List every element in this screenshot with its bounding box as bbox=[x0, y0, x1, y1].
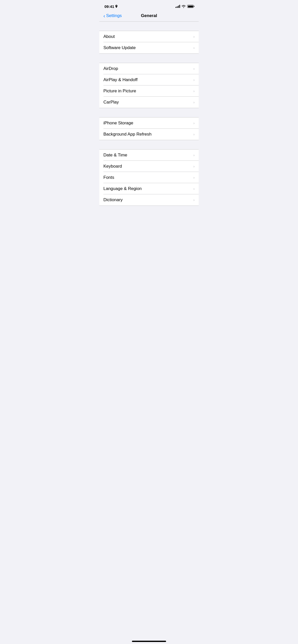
chevron-right-icon: › bbox=[193, 46, 195, 50]
settings-item-fonts[interactable]: Fonts › bbox=[99, 172, 199, 183]
chevron-right-icon: › bbox=[193, 100, 195, 104]
settings-item-iphone-storage[interactable]: iPhone Storage › bbox=[99, 118, 199, 129]
settings-item-airplay-handoff[interactable]: AirPlay & Handoff › bbox=[99, 74, 199, 85]
settings-item-label: AirDrop bbox=[103, 66, 118, 71]
back-chevron-icon: ‹ bbox=[103, 13, 105, 18]
settings-group-4: Date & Time › Keyboard › Fonts › Languag… bbox=[99, 149, 199, 206]
settings-item-about[interactable]: About › bbox=[99, 31, 199, 42]
settings-item-right: › bbox=[193, 67, 195, 71]
settings-item-right: › bbox=[193, 100, 195, 104]
chevron-right-icon: › bbox=[193, 153, 195, 157]
nav-bar: ‹ Settings General bbox=[99, 11, 199, 21]
back-button[interactable]: ‹ Settings bbox=[103, 13, 122, 18]
settings-item-label: Picture in Picture bbox=[103, 89, 136, 94]
chevron-right-icon: › bbox=[193, 164, 195, 168]
settings-item-right: › bbox=[193, 164, 195, 168]
signal-strength bbox=[175, 5, 180, 8]
wifi-icon bbox=[182, 5, 186, 8]
chevron-right-icon: › bbox=[193, 132, 195, 136]
settings-item-right: › bbox=[193, 187, 195, 191]
section-gap-2 bbox=[99, 54, 199, 63]
settings-item-language-region[interactable]: Language & Region › bbox=[99, 183, 199, 194]
settings-group-1: About › Software Update › bbox=[99, 31, 199, 54]
settings-item-right: › bbox=[193, 198, 195, 202]
chevron-right-icon: › bbox=[193, 175, 195, 180]
section-gap-bottom bbox=[99, 206, 199, 215]
settings-item-label: AirPlay & Handoff bbox=[103, 77, 138, 82]
settings-item-right: › bbox=[193, 132, 195, 136]
settings-item-airdrop[interactable]: AirDrop › bbox=[99, 63, 199, 74]
settings-item-right: › bbox=[193, 46, 195, 50]
location-icon bbox=[115, 5, 118, 8]
settings-group-2: AirDrop › AirPlay & Handoff › Picture in… bbox=[99, 63, 199, 108]
section-gap-3 bbox=[99, 108, 199, 117]
chevron-right-icon: › bbox=[193, 198, 195, 202]
chevron-right-icon: › bbox=[193, 187, 195, 191]
settings-item-label: Date & Time bbox=[103, 153, 127, 158]
chevron-right-icon: › bbox=[193, 67, 195, 71]
settings-item-label: iPhone Storage bbox=[103, 121, 133, 126]
settings-item-keyboard[interactable]: Keyboard › bbox=[99, 161, 199, 172]
settings-item-right: › bbox=[193, 121, 195, 125]
settings-item-background-app-refresh[interactable]: Background App Refresh › bbox=[99, 129, 199, 140]
time-display: 09:41 bbox=[104, 4, 114, 9]
settings-item-label: Language & Region bbox=[103, 186, 142, 191]
chevron-right-icon: › bbox=[193, 78, 195, 82]
status-bar: 09:41 bbox=[99, 0, 199, 11]
settings-item-right: › bbox=[193, 35, 195, 39]
settings-item-label: Keyboard bbox=[103, 164, 122, 169]
settings-item-label: Fonts bbox=[103, 175, 114, 180]
settings-item-right: › bbox=[193, 89, 195, 93]
section-gap-4 bbox=[99, 140, 199, 149]
back-label: Settings bbox=[106, 13, 122, 18]
chevron-right-icon: › bbox=[193, 89, 195, 93]
settings-group-3: iPhone Storage › Background App Refresh … bbox=[99, 117, 199, 140]
settings-item-right: › bbox=[193, 175, 195, 180]
settings-item-carplay[interactable]: CarPlay › bbox=[99, 97, 199, 108]
settings-item-right: › bbox=[193, 78, 195, 82]
chevron-right-icon: › bbox=[193, 121, 195, 125]
settings-item-label: About bbox=[103, 34, 115, 39]
settings-item-date-time[interactable]: Date & Time › bbox=[99, 150, 199, 161]
battery-icon bbox=[187, 5, 194, 8]
settings-item-label: Background App Refresh bbox=[103, 132, 152, 137]
settings-item-label: Software Update bbox=[103, 45, 136, 50]
section-gap-1 bbox=[99, 22, 199, 31]
settings-item-software-update[interactable]: Software Update › bbox=[99, 42, 199, 53]
page-title: General bbox=[141, 13, 157, 18]
settings-item-picture-in-picture[interactable]: Picture in Picture › bbox=[99, 85, 199, 97]
status-time: 09:41 bbox=[104, 4, 118, 9]
settings-item-dictionary[interactable]: Dictionary › bbox=[99, 194, 199, 206]
settings-item-label: Dictionary bbox=[103, 197, 123, 202]
status-icons bbox=[175, 5, 194, 8]
chevron-right-icon: › bbox=[193, 35, 195, 39]
settings-item-right: › bbox=[193, 153, 195, 157]
settings-item-label: CarPlay bbox=[103, 100, 119, 105]
